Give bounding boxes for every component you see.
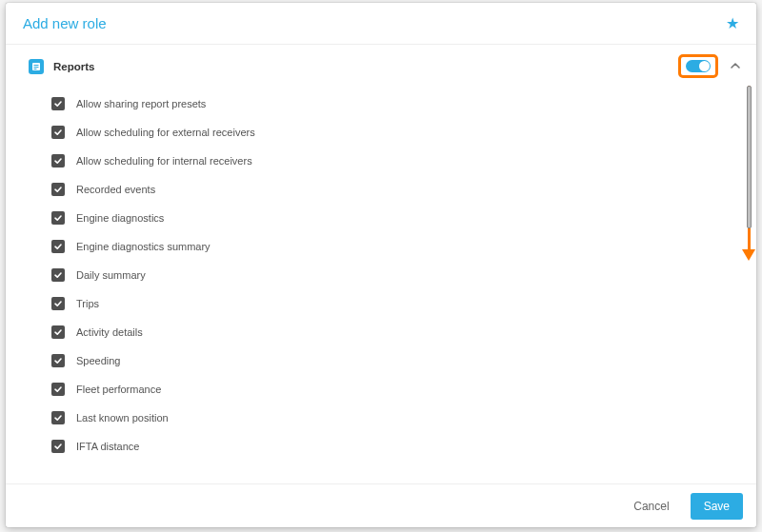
permission-row: Allow sharing report presets xyxy=(6,89,756,118)
cancel-button[interactable]: Cancel xyxy=(622,493,680,520)
reports-icon xyxy=(29,59,44,74)
dialog-footer: Cancel Save xyxy=(6,483,756,527)
permission-checkbox[interactable] xyxy=(51,211,65,225)
permission-list: Allow sharing report presetsAllow schedu… xyxy=(6,88,756,464)
permission-checkbox[interactable] xyxy=(51,268,65,282)
permission-label: Speeding xyxy=(76,355,121,366)
permission-checkbox[interactable] xyxy=(51,325,65,339)
permission-row: Speeding xyxy=(6,346,756,375)
permission-checkbox[interactable] xyxy=(51,383,65,396)
dialog-header: Add new role ★ xyxy=(6,3,756,45)
permission-checkbox[interactable] xyxy=(51,440,65,453)
permission-label: Engine diagnostics summary xyxy=(76,241,211,252)
permission-label: Allow scheduling for internal receivers xyxy=(76,155,252,167)
permission-row: Last known position xyxy=(6,404,756,432)
permission-checkbox[interactable] xyxy=(51,97,65,110)
permission-label: Recorded events xyxy=(76,184,155,195)
permission-checkbox[interactable] xyxy=(51,411,65,424)
permission-label: IFTA distance xyxy=(76,441,139,452)
permission-row: Allow scheduling for internal receivers xyxy=(6,147,756,175)
section-title: Reports xyxy=(53,61,678,72)
permission-row: Allow scheduling for external receivers xyxy=(6,118,756,147)
permission-label: Daily summary xyxy=(76,269,146,281)
permission-row: Daily summary xyxy=(6,261,756,289)
permission-label: Fleet performance xyxy=(76,384,161,395)
permission-label: Last known position xyxy=(76,412,169,424)
section-header-reports[interactable]: Reports xyxy=(6,45,756,88)
toggle-knob xyxy=(699,61,710,71)
svg-rect-2 xyxy=(34,67,39,68)
permission-label: Activity details xyxy=(76,326,143,338)
permission-row: Activity details xyxy=(6,318,756,346)
add-role-dialog: Add new role ★ Reports Allow sharing rep… xyxy=(6,3,756,527)
annotation-highlight-box xyxy=(678,54,718,78)
permission-label: Allow scheduling for external receivers xyxy=(76,127,255,138)
permission-checkbox[interactable] xyxy=(51,183,65,196)
favorite-star-icon[interactable]: ★ xyxy=(726,14,739,32)
save-button[interactable]: Save xyxy=(691,493,743,520)
permission-row: Fleet performance xyxy=(6,375,756,404)
permission-checkbox[interactable] xyxy=(51,154,65,167)
permission-label: Engine diagnostics xyxy=(76,212,164,224)
permission-checkbox[interactable] xyxy=(51,354,65,367)
permission-checkbox[interactable] xyxy=(51,126,65,139)
svg-rect-3 xyxy=(34,69,37,69)
permission-label: Trips xyxy=(76,298,99,309)
permission-row: Recorded events xyxy=(6,175,756,204)
chevron-up-icon[interactable] xyxy=(730,58,741,75)
dialog-body: Reports Allow sharing report presetsAllo… xyxy=(6,45,756,483)
permission-label: Allow sharing report presets xyxy=(76,98,206,109)
permission-row: Engine diagnostics summary xyxy=(6,232,756,261)
dialog-title: Add new role xyxy=(23,15,107,31)
section-toggle[interactable] xyxy=(686,60,711,72)
permission-checkbox[interactable] xyxy=(51,297,65,310)
permission-row: Engine diagnostics xyxy=(6,204,756,232)
svg-rect-1 xyxy=(34,65,39,66)
permission-row: Trips xyxy=(6,289,756,318)
permission-checkbox[interactable] xyxy=(51,240,65,253)
permission-row: IFTA distance xyxy=(6,432,756,461)
